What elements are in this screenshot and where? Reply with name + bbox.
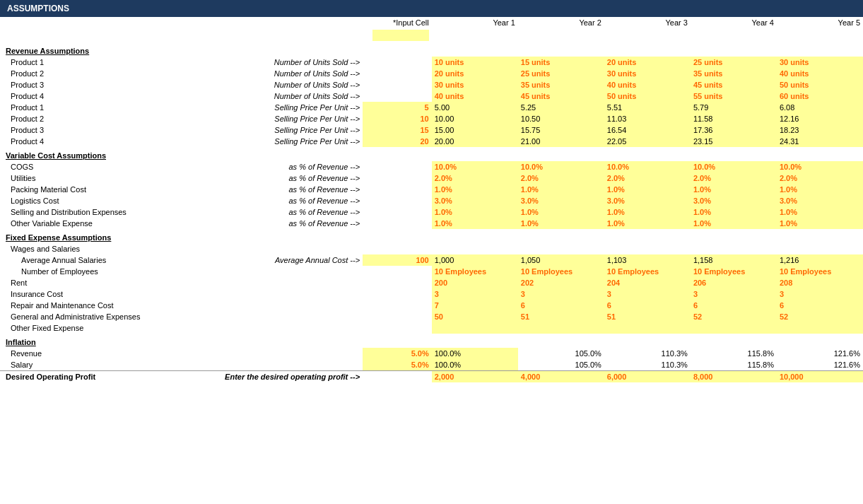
log-y1: 3.0%	[432, 195, 518, 206]
revenue-inflation-label: Revenue	[0, 348, 159, 359]
other-variable-desc: as % of Revenue -->	[159, 218, 363, 229]
input-cell-label: *Input Cell	[363, 17, 432, 28]
ins-y1: 3	[432, 288, 518, 300]
year-header-row: *Input Cell Year 1 Year 2 Year 3 Year 4 …	[0, 17, 863, 28]
fixed-section-header: Fixed Expense Assumptions	[0, 229, 863, 243]
sell-y4: 1.0%	[691, 206, 777, 218]
price-p3-input[interactable]: 15	[363, 124, 432, 136]
pack-y4: 1.0%	[691, 184, 777, 195]
util-y3: 2.0%	[604, 172, 691, 184]
avg-salary-desc: Average Annual Cost -->	[159, 254, 363, 266]
rep-y3: 6	[604, 300, 691, 311]
otherv-y4: 1.0%	[691, 218, 777, 229]
price-product2-row: Product 2 Selling Price Per Unit --> 10 …	[0, 113, 863, 124]
gen-y3: 51	[604, 311, 691, 322]
avg-salary-input[interactable]: 100	[363, 254, 432, 266]
revenue-inflation-input[interactable]: 5.0%	[363, 348, 432, 359]
salary-inflation-input[interactable]: 5.0%	[363, 359, 432, 371]
price-p4-y3: 22.05	[604, 136, 691, 147]
rent-y2: 202	[518, 277, 604, 288]
units-product1-row: Product 1 Number of Units Sold --> 10 un…	[0, 57, 863, 68]
selling-label: Selling and Distribution Expenses	[0, 206, 159, 218]
units-p4-y3: 50 units	[604, 90, 691, 102]
units-p2-y3: 30 units	[604, 68, 691, 79]
price-p4-y4: 23.15	[691, 136, 777, 147]
insurance-row: Insurance Cost 3 3 3 3 3	[0, 288, 863, 300]
sal-inf-y2: 105.0%	[518, 359, 604, 371]
cogs-y4: 10.0%	[691, 161, 777, 172]
gen-y5: 52	[777, 311, 863, 322]
other-fixed-label: Other Fixed Expense	[0, 322, 159, 334]
rent-row: Rent 200 202 204 206 208	[0, 277, 863, 288]
units-product4-row: Product 4 Number of Units Sold --> 40 un…	[0, 90, 863, 102]
logistics-row: Logistics Cost as % of Revenue --> 3.0% …	[0, 195, 863, 206]
emp-y3: 10 Employees	[604, 266, 691, 277]
log-y2: 3.0%	[518, 195, 604, 206]
otherv-y3: 1.0%	[604, 218, 691, 229]
revenue-inflation-row: Revenue 5.0% 100.0% 105.0% 110.3% 115.8%…	[0, 348, 863, 359]
inflation-section-header-row: Inflation	[0, 334, 863, 348]
rent-y5: 208	[777, 277, 863, 288]
units-p3-y5: 50 units	[777, 79, 863, 90]
wages-header-row: Wages and Salaries	[0, 243, 863, 254]
other-variable-row: Other Variable Expense as % of Revenue -…	[0, 218, 863, 229]
salary-inflation-label: Salary	[0, 359, 159, 371]
sal-inf-y3: 110.3%	[604, 359, 691, 371]
cogs-y2: 10.0%	[518, 161, 604, 172]
price-p2-input[interactable]: 10	[363, 113, 432, 124]
price-p3-y1: 15.00	[432, 124, 518, 136]
utilities-label: Utilities	[0, 172, 159, 184]
packing-label: Packing Material Cost	[0, 184, 159, 195]
year2-header: Year 2	[518, 17, 604, 28]
cogs-y3: 10.0%	[604, 161, 691, 172]
desired-profit-row: Desired Operating Profit Enter the desir…	[0, 371, 863, 383]
price-p1-y3: 5.51	[604, 102, 691, 113]
ins-y5: 3	[777, 288, 863, 300]
util-y4: 2.0%	[691, 172, 777, 184]
units-p2-y5: 40 units	[777, 68, 863, 79]
price-p3-y4: 17.36	[691, 124, 777, 136]
emp-y4: 10 Employees	[691, 266, 777, 277]
other-fixed-row: Other Fixed Expense	[0, 322, 863, 334]
rent-y1: 200	[432, 277, 518, 288]
cogs-label: COGS	[0, 161, 159, 172]
price-p3-y2: 15.75	[518, 124, 604, 136]
othf-y1	[432, 322, 518, 334]
price-p2-y2: 10.50	[518, 113, 604, 124]
packing-row: Packing Material Cost as % of Revenue --…	[0, 184, 863, 195]
salary-y1: 1,000	[432, 254, 518, 266]
units-product1-desc: Number of Units Sold -->	[159, 57, 363, 68]
num-employees-label: Number of Employees	[0, 266, 159, 277]
price-product2-desc: Selling Price Per Unit -->	[159, 113, 363, 124]
desired-profit-prompt: Enter the desired operating profit -->	[159, 371, 363, 383]
repair-row: Repair and Maintenance Cost 7 6 6 6 6	[0, 300, 863, 311]
otherv-y1: 1.0%	[432, 218, 518, 229]
price-p2-y5: 12.16	[777, 113, 863, 124]
price-p2-y4: 11.58	[691, 113, 777, 124]
salary-y3: 1,103	[604, 254, 691, 266]
pack-y2: 1.0%	[518, 184, 604, 195]
units-product4-desc: Number of Units Sold -->	[159, 90, 363, 102]
rep-y5: 6	[777, 300, 863, 311]
sell-y1: 1.0%	[432, 206, 518, 218]
othf-y5	[777, 322, 863, 334]
emp-y1: 10 Employees	[432, 266, 518, 277]
rent-label: Rent	[0, 277, 159, 288]
salary-y4: 1,158	[691, 254, 777, 266]
cogs-row: COGS as % of Revenue --> 10.0% 10.0% 10.…	[0, 161, 863, 172]
rev-inf-y2: 105.0%	[518, 348, 604, 359]
units-product2-label: Product 2	[0, 68, 159, 79]
cogs-desc: as % of Revenue -->	[159, 161, 363, 172]
price-p4-input[interactable]: 20	[363, 136, 432, 147]
selling-desc: as % of Revenue -->	[159, 206, 363, 218]
assumptions-table: *Input Cell Year 1 Year 2 Year 3 Year 4 …	[0, 17, 863, 382]
rep-y1: 7	[432, 300, 518, 311]
sell-y3: 1.0%	[604, 206, 691, 218]
ins-y2: 3	[518, 288, 604, 300]
price-p1-input[interactable]: 5	[363, 102, 432, 113]
desired-profit-label: Desired Operating Profit	[0, 371, 159, 383]
price-p2-y1: 10.00	[432, 113, 518, 124]
price-p3-y5: 18.23	[777, 124, 863, 136]
utilities-row: Utilities as % of Revenue --> 2.0% 2.0% …	[0, 172, 863, 184]
avg-salary-label: Average Annual Salaries	[0, 254, 159, 266]
